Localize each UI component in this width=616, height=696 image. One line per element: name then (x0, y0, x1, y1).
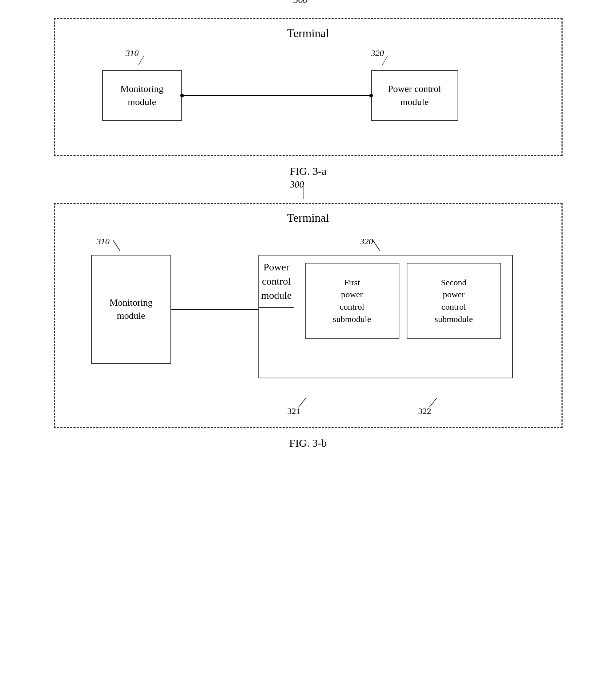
ref-300-3b: 300 (290, 179, 304, 190)
fig-caption-3b: FIG. 3-b (289, 437, 327, 449)
leader-310-3a (138, 56, 144, 65)
leader-310-3b (102, 237, 131, 255)
diagram-3b: Terminal 310 320 Monitoringmodule Power … (54, 203, 563, 428)
fig-caption-3a: FIG. 3-a (290, 165, 327, 177)
figure-3a-container: 300 Terminal 310 320 Monitoringmodule Po… (29, 15, 587, 177)
leader-321 (291, 397, 313, 407)
power-control-module-3a: Power controlmodule (371, 70, 458, 121)
submodules-row: Firstpowercontrolsubmodule Secondpowerco… (294, 256, 512, 346)
leader-320-3b (366, 237, 395, 255)
svg-line-3 (113, 240, 120, 251)
power-control-module-3b: Power control module Firstpowercontrolsu… (258, 255, 513, 378)
ref-320-3a: 320 (371, 48, 384, 58)
diagram-3a: Terminal 310 320 Monitoringmodule Power … (54, 18, 563, 156)
second-submodule: Secondpowercontrolsubmodule (407, 263, 501, 339)
terminal-label-3b: Terminal (287, 211, 329, 225)
terminal-label-3a: Terminal (287, 27, 329, 40)
ref-322: 322 (418, 406, 431, 416)
leader-322 (422, 397, 444, 407)
figure-3b-container: 300 Terminal 310 320 Monitoringmodule Po… (29, 199, 587, 449)
monitoring-module-3b: Monitoringmodule (91, 255, 171, 364)
svg-line-4 (373, 240, 380, 251)
ref-321: 321 (287, 406, 301, 416)
leader-300-3b (303, 186, 303, 199)
first-submodule: Firstpowercontrolsubmodule (305, 263, 399, 339)
svg-line-7 (429, 398, 436, 407)
leader-300-3a (307, 1, 307, 15)
power-control-title-3b: Power control module (259, 256, 294, 308)
ref-300-3a: 300 (294, 0, 308, 5)
monitoring-module-3a: Monitoringmodule (102, 70, 182, 121)
svg-line-6 (298, 398, 306, 407)
ref-310-3a: 310 (126, 48, 139, 58)
